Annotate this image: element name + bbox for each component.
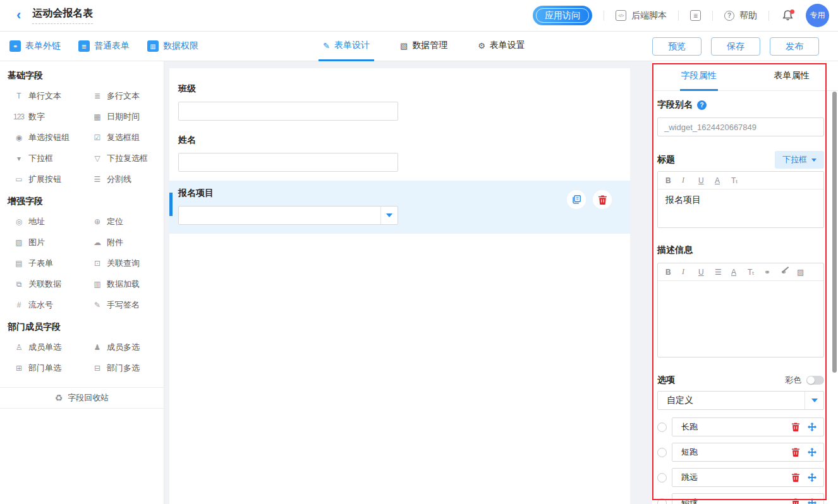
signature-icon: ✎: [91, 301, 103, 309]
form-field-event-selected[interactable]: 报名项目: [169, 181, 630, 234]
palette-item-select[interactable]: ▾下拉框: [8, 148, 86, 169]
bold-button[interactable]: B: [665, 176, 682, 185]
panel-scrollbar[interactable]: [832, 92, 837, 373]
field-recycle-bin[interactable]: ♻ 字段回收站: [0, 387, 164, 409]
palette-item-checkbox-group[interactable]: ☑复选框组: [86, 127, 156, 148]
palette-item-attachment[interactable]: ☁附件: [86, 232, 156, 253]
department-icon: ⊞: [13, 364, 25, 373]
option-box[interactable]: 短跑: [672, 443, 824, 462]
help-button[interactable]: ? 帮助: [724, 10, 757, 21]
palette-item-image[interactable]: ▨图片: [8, 232, 86, 253]
palette-item-multiselect[interactable]: ▽下拉复选框: [86, 148, 156, 169]
palette-item-number[interactable]: 123数字: [8, 106, 86, 127]
font-size-button[interactable]: Tₜ: [748, 268, 764, 277]
palette-item-extend-button[interactable]: ▭扩展按钮: [8, 169, 86, 189]
preview-button[interactable]: 预览: [652, 37, 701, 56]
publish-button[interactable]: 发布: [770, 37, 819, 56]
save-button[interactable]: 保存: [711, 37, 760, 56]
tab-form-design[interactable]: ✎ 表单设计: [319, 32, 374, 61]
name-input[interactable]: [178, 153, 398, 172]
palette-item-signature[interactable]: ✎手写签名: [86, 294, 156, 315]
unlink-button[interactable]: ⚭: [780, 268, 797, 277]
move-option-handle[interactable]: [808, 498, 817, 504]
tab-form-properties[interactable]: 表单属性: [745, 61, 838, 90]
class-input[interactable]: [178, 102, 398, 121]
move-option-handle[interactable]: [808, 473, 817, 482]
color-toggle[interactable]: [806, 376, 824, 385]
font-color-button[interactable]: A: [731, 268, 748, 277]
notification-dot: [790, 9, 794, 14]
plain-form-button[interactable]: ≣ 普通表单: [78, 40, 130, 52]
palette-item-radio-group[interactable]: ◉单选按钮组: [8, 127, 86, 148]
palette-item-subform[interactable]: ▤子表单: [8, 253, 86, 273]
palette-item-member-multi[interactable]: ♟成员多选: [86, 337, 156, 357]
external-link-button[interactable]: ⚭ 表单外链: [9, 40, 61, 52]
palette-item-single-text[interactable]: T单行文本: [8, 85, 86, 106]
backend-script-button[interactable]: </> 后端脚本: [616, 10, 667, 21]
alias-input[interactable]: [657, 117, 824, 136]
delete-field-button[interactable]: [593, 190, 612, 209]
form-field-name[interactable]: 姓名: [178, 135, 621, 172]
option-box[interactable]: 跳远: [672, 468, 824, 487]
delete-option-button[interactable]: [791, 498, 800, 504]
delete-option-button[interactable]: [791, 448, 800, 457]
title-editor-content[interactable]: 报名项目: [658, 189, 823, 227]
palette-item-location[interactable]: ⊕定位: [86, 211, 156, 232]
form-field-class[interactable]: 班级: [178, 83, 621, 121]
palette-item-linked-data[interactable]: ⧉关联数据: [8, 273, 86, 294]
link-button[interactable]: ⚭: [764, 268, 780, 277]
option-box[interactable]: 长跑: [672, 417, 824, 436]
underline-button[interactable]: U: [698, 176, 715, 185]
italic-button[interactable]: I: [682, 176, 698, 185]
palette-item-datetime[interactable]: ▦日期时间: [86, 106, 156, 127]
back-icon[interactable]: ‹: [16, 8, 21, 22]
font-color-button[interactable]: A: [715, 176, 731, 185]
tab-form-settings[interactable]: ⚙ 表单设置: [473, 32, 530, 61]
palette-item-address[interactable]: ◎地址: [8, 211, 86, 232]
palette-item-member-single[interactable]: ♙成员单选: [8, 337, 86, 357]
option-radio[interactable]: [657, 423, 667, 432]
log-icon[interactable]: ≣: [690, 10, 701, 21]
italic-button[interactable]: I: [682, 267, 698, 277]
underline-button[interactable]: U: [698, 268, 715, 277]
option-radio[interactable]: [657, 473, 667, 483]
move-option-handle[interactable]: [808, 448, 817, 457]
delete-option-button[interactable]: [791, 473, 800, 482]
align-button[interactable]: ☰: [715, 268, 731, 277]
enhanced-fields-grid: ◎地址 ⊕定位 ▨图片 ☁附件 ▤子表单 ⊡关联查询 ⧉关联数据 ▥数据加载 #…: [8, 211, 156, 315]
description-editor-content[interactable]: [658, 281, 823, 357]
palette-item-data-load[interactable]: ▥数据加载: [86, 273, 156, 294]
palette-item-dept-multi[interactable]: ⊟部门多选: [86, 357, 156, 378]
move-option-handle[interactable]: [808, 423, 817, 431]
option-value[interactable]: 铅球: [681, 497, 784, 504]
tab-field-properties[interactable]: 字段属性: [652, 61, 745, 90]
font-size-button[interactable]: Tₜ: [731, 176, 748, 185]
option-row: 长跑: [657, 417, 824, 436]
app-access-button[interactable]: 应用访问: [533, 6, 592, 25]
avatar[interactable]: 专用: [806, 4, 829, 27]
topbar: ‹ 运动会报名表 应用访问 </> 后端脚本 ≣ ? 帮助 专用: [0, 0, 838, 32]
option-value[interactable]: 短跑: [681, 447, 784, 458]
duplicate-field-button[interactable]: [567, 190, 586, 209]
help-circle-icon[interactable]: ?: [697, 100, 707, 110]
data-permission-button[interactable]: ▥ 数据权限: [147, 40, 198, 52]
widget-type-dropdown[interactable]: 下拉框: [775, 151, 824, 169]
option-box[interactable]: 铅球: [672, 493, 824, 504]
options-source-select[interactable]: 自定义: [657, 391, 824, 410]
tab-data-manage[interactable]: ▧ 数据管理: [396, 32, 452, 61]
insert-image-button[interactable]: ▨: [797, 268, 813, 277]
palette-item-divider[interactable]: ☰分割线: [86, 169, 156, 189]
notification-bell-icon[interactable]: [782, 9, 794, 22]
option-value[interactable]: 长跑: [681, 421, 784, 433]
option-value[interactable]: 跳远: [681, 472, 784, 483]
delete-option-button[interactable]: [791, 423, 800, 431]
option-radio[interactable]: [657, 498, 667, 504]
palette-item-serial-number[interactable]: #流水号: [8, 294, 86, 315]
selected-indicator-bar: [169, 193, 173, 216]
bold-button[interactable]: B: [665, 268, 682, 277]
palette-item-multi-text[interactable]: ≣多行文本: [86, 85, 156, 106]
palette-item-lookup[interactable]: ⊡关联查询: [86, 253, 156, 273]
option-radio[interactable]: [657, 448, 667, 457]
palette-item-dept-single[interactable]: ⊞部门单选: [8, 357, 86, 378]
event-select[interactable]: [178, 206, 398, 225]
